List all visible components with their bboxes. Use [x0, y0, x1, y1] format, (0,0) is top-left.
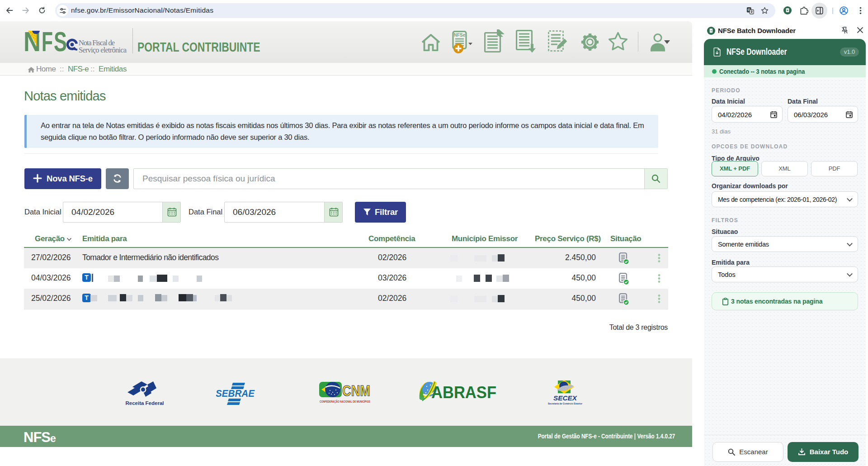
svg-text:SEBRAE: SEBRAE — [216, 388, 255, 399]
svg-text:Secretaria de Comércio Exterio: Secretaria de Comércio Exterior — [548, 402, 582, 405]
svg-text:Serviço eletrônica: Serviço eletrônica — [79, 46, 127, 54]
svg-text:SECEX: SECEX — [553, 394, 578, 402]
svg-text:F: F — [42, 30, 53, 54]
svg-text:S: S — [54, 30, 67, 54]
svg-text:CONFEDERAÇÃO NACIONAL DE MUNIC: CONFEDERAÇÃO NACIONAL DE MUNICÍPIOS — [320, 399, 370, 404]
svg-text:NFSe: NFSe — [454, 33, 466, 38]
svg-text:ABRASF: ABRASF — [431, 383, 496, 402]
svg-text:CNM: CNM — [342, 382, 370, 399]
